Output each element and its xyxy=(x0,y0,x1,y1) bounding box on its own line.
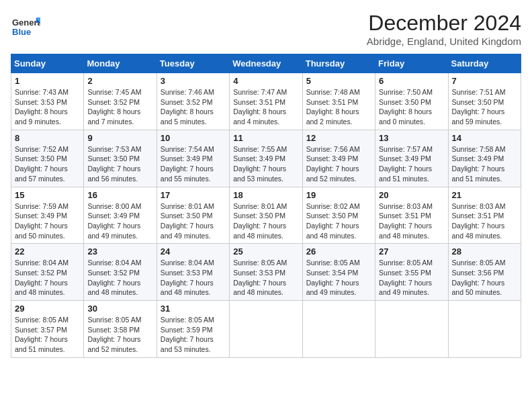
day-number: 12 xyxy=(306,133,371,143)
day-info: Sunrise: 8:01 AM Sunset: 3:50 PM Dayligh… xyxy=(233,201,298,241)
day-number: 19 xyxy=(306,190,371,200)
day-cell xyxy=(302,301,375,358)
day-cell xyxy=(448,301,521,358)
day-number: 28 xyxy=(452,246,517,257)
logo: General Blue xyxy=(11,11,43,40)
day-cell: 20 Sunrise: 8:03 AM Sunset: 3:51 PM Dayl… xyxy=(375,187,448,244)
day-info: Sunrise: 7:50 AM Sunset: 3:50 PM Dayligh… xyxy=(379,87,444,127)
day-info: Sunrise: 7:46 AM Sunset: 3:52 PM Dayligh… xyxy=(161,87,226,127)
day-number: 29 xyxy=(15,304,80,314)
week-row-2: 8 Sunrise: 7:52 AM Sunset: 3:50 PM Dayli… xyxy=(11,130,521,187)
day-number: 25 xyxy=(233,246,298,257)
header-thursday: Thursday xyxy=(302,54,375,73)
day-number: 31 xyxy=(161,304,226,314)
page-header: General Blue December 2024 Abridge, Engl… xyxy=(11,11,521,47)
day-info: Sunrise: 8:04 AM Sunset: 3:52 PM Dayligh… xyxy=(15,258,80,298)
day-info: Sunrise: 8:03 AM Sunset: 3:51 PM Dayligh… xyxy=(452,201,517,241)
day-number: 14 xyxy=(452,133,517,143)
day-number: 3 xyxy=(161,76,226,86)
day-number: 18 xyxy=(233,190,298,200)
main-title: December 2024 xyxy=(367,11,521,36)
day-cell: 7 Sunrise: 7:51 AM Sunset: 3:50 PM Dayli… xyxy=(448,73,521,130)
day-cell: 1 Sunrise: 7:43 AM Sunset: 3:53 PM Dayli… xyxy=(11,73,84,130)
day-cell: 24 Sunrise: 8:04 AM Sunset: 3:53 PM Dayl… xyxy=(157,244,229,301)
day-cell: 16 Sunrise: 8:00 AM Sunset: 3:49 PM Dayl… xyxy=(84,187,157,244)
header-wednesday: Wednesday xyxy=(230,54,302,73)
day-number: 23 xyxy=(87,246,152,257)
day-number: 24 xyxy=(161,246,226,257)
day-number: 27 xyxy=(379,246,444,257)
header-saturday: Saturday xyxy=(448,54,521,73)
day-info: Sunrise: 7:45 AM Sunset: 3:52 PM Dayligh… xyxy=(87,87,152,127)
day-info: Sunrise: 8:03 AM Sunset: 3:51 PM Dayligh… xyxy=(379,201,444,241)
day-number: 2 xyxy=(87,76,152,86)
day-info: Sunrise: 7:47 AM Sunset: 3:51 PM Dayligh… xyxy=(233,87,298,127)
logo-icon: General Blue xyxy=(11,11,40,40)
day-cell: 26 Sunrise: 8:05 AM Sunset: 3:54 PM Dayl… xyxy=(302,244,375,301)
day-info: Sunrise: 7:53 AM Sunset: 3:50 PM Dayligh… xyxy=(87,144,152,184)
day-info: Sunrise: 8:05 AM Sunset: 3:56 PM Dayligh… xyxy=(452,258,517,298)
day-info: Sunrise: 8:00 AM Sunset: 3:49 PM Dayligh… xyxy=(87,201,152,241)
day-cell: 10 Sunrise: 7:54 AM Sunset: 3:49 PM Dayl… xyxy=(157,130,229,187)
day-cell: 25 Sunrise: 8:05 AM Sunset: 3:53 PM Dayl… xyxy=(230,244,302,301)
day-number: 9 xyxy=(87,133,152,143)
day-cell: 14 Sunrise: 7:58 AM Sunset: 3:49 PM Dayl… xyxy=(448,130,521,187)
subtitle: Abridge, England, United Kingdom xyxy=(367,36,521,47)
svg-text:General: General xyxy=(12,17,40,28)
day-number: 16 xyxy=(87,190,152,200)
day-cell: 4 Sunrise: 7:47 AM Sunset: 3:51 PM Dayli… xyxy=(230,73,302,130)
day-info: Sunrise: 7:51 AM Sunset: 3:50 PM Dayligh… xyxy=(452,87,517,127)
day-cell: 11 Sunrise: 7:55 AM Sunset: 3:49 PM Dayl… xyxy=(230,130,302,187)
day-cell: 21 Sunrise: 8:03 AM Sunset: 3:51 PM Dayl… xyxy=(448,187,521,244)
day-info: Sunrise: 8:05 AM Sunset: 3:55 PM Dayligh… xyxy=(379,258,444,298)
day-info: Sunrise: 7:48 AM Sunset: 3:51 PM Dayligh… xyxy=(306,87,371,127)
day-number: 21 xyxy=(452,190,517,200)
day-number: 15 xyxy=(15,190,80,200)
day-number: 22 xyxy=(15,246,80,257)
day-number: 11 xyxy=(233,133,298,143)
day-number: 17 xyxy=(161,190,226,200)
header-row: SundayMondayTuesdayWednesdayThursdayFrid… xyxy=(11,54,521,73)
calendar-header: SundayMondayTuesdayWednesdayThursdayFrid… xyxy=(11,54,521,73)
day-cell: 13 Sunrise: 7:57 AM Sunset: 3:49 PM Dayl… xyxy=(375,130,448,187)
day-number: 4 xyxy=(233,76,298,86)
title-block: December 2024 Abridge, England, United K… xyxy=(367,11,521,47)
day-info: Sunrise: 8:04 AM Sunset: 3:52 PM Dayligh… xyxy=(87,258,152,298)
header-friday: Friday xyxy=(375,54,448,73)
day-info: Sunrise: 7:54 AM Sunset: 3:49 PM Dayligh… xyxy=(161,144,226,184)
header-sunday: Sunday xyxy=(11,54,84,73)
day-number: 7 xyxy=(452,76,517,86)
header-monday: Monday xyxy=(84,54,157,73)
day-cell: 12 Sunrise: 7:56 AM Sunset: 3:49 PM Dayl… xyxy=(302,130,375,187)
week-row-5: 29 Sunrise: 8:05 AM Sunset: 3:57 PM Dayl… xyxy=(11,301,521,358)
calendar-body: 1 Sunrise: 7:43 AM Sunset: 3:53 PM Dayli… xyxy=(11,73,521,358)
day-number: 1 xyxy=(15,76,80,86)
day-cell: 19 Sunrise: 8:02 AM Sunset: 3:50 PM Dayl… xyxy=(302,187,375,244)
header-tuesday: Tuesday xyxy=(157,54,229,73)
day-info: Sunrise: 8:05 AM Sunset: 3:53 PM Dayligh… xyxy=(233,258,298,298)
day-cell: 30 Sunrise: 8:05 AM Sunset: 3:58 PM Dayl… xyxy=(84,301,157,358)
day-info: Sunrise: 7:52 AM Sunset: 3:50 PM Dayligh… xyxy=(15,144,80,184)
day-number: 20 xyxy=(379,190,444,200)
day-info: Sunrise: 8:05 AM Sunset: 3:54 PM Dayligh… xyxy=(306,258,371,298)
day-number: 8 xyxy=(15,133,80,143)
calendar-table: SundayMondayTuesdayWednesdayThursdayFrid… xyxy=(11,54,521,358)
day-info: Sunrise: 8:01 AM Sunset: 3:50 PM Dayligh… xyxy=(161,201,226,241)
day-cell: 3 Sunrise: 7:46 AM Sunset: 3:52 PM Dayli… xyxy=(157,73,229,130)
svg-text:Blue: Blue xyxy=(12,27,31,37)
day-cell: 5 Sunrise: 7:48 AM Sunset: 3:51 PM Dayli… xyxy=(302,73,375,130)
day-cell xyxy=(375,301,448,358)
day-cell: 6 Sunrise: 7:50 AM Sunset: 3:50 PM Dayli… xyxy=(375,73,448,130)
day-cell xyxy=(230,301,302,358)
day-info: Sunrise: 7:55 AM Sunset: 3:49 PM Dayligh… xyxy=(233,144,298,184)
day-number: 6 xyxy=(379,76,444,86)
day-cell: 8 Sunrise: 7:52 AM Sunset: 3:50 PM Dayli… xyxy=(11,130,84,187)
day-info: Sunrise: 8:02 AM Sunset: 3:50 PM Dayligh… xyxy=(306,201,371,241)
day-info: Sunrise: 8:05 AM Sunset: 3:59 PM Dayligh… xyxy=(161,315,226,355)
day-cell: 27 Sunrise: 8:05 AM Sunset: 3:55 PM Dayl… xyxy=(375,244,448,301)
day-info: Sunrise: 7:59 AM Sunset: 3:49 PM Dayligh… xyxy=(15,201,80,241)
day-info: Sunrise: 8:04 AM Sunset: 3:53 PM Dayligh… xyxy=(161,258,226,298)
day-info: Sunrise: 7:56 AM Sunset: 3:49 PM Dayligh… xyxy=(306,144,371,184)
day-number: 30 xyxy=(87,304,152,314)
day-info: Sunrise: 8:05 AM Sunset: 3:57 PM Dayligh… xyxy=(15,315,80,355)
